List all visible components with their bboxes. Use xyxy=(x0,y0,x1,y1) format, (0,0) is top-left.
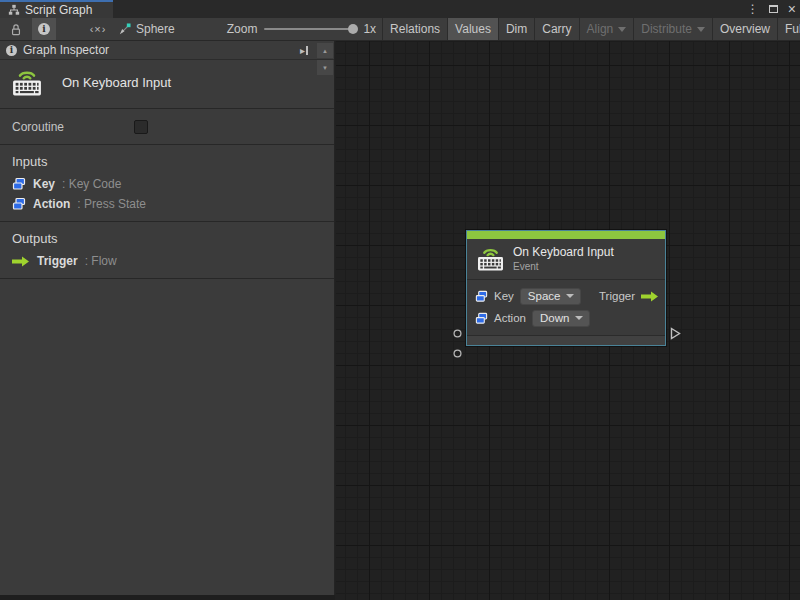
zoom-control: Zoom 1x xyxy=(183,18,382,40)
chevron-down-icon xyxy=(575,316,583,320)
keyboard-icon xyxy=(477,246,504,271)
node-body: Key Space Trigger xyxy=(467,280,665,335)
trigger-output: Trigger xyxy=(599,290,659,302)
target-label: Sphere xyxy=(136,22,175,36)
tab-strip: Script Graph ⋮ × xyxy=(0,0,800,18)
coroutine-row: Coroutine xyxy=(0,109,334,145)
inspector-unit-title: On Keyboard Input xyxy=(62,75,171,90)
script-graph-icon xyxy=(8,4,20,16)
chevron-down-icon xyxy=(618,27,626,32)
node-subtitle: Event xyxy=(513,261,614,272)
node-row-action: Action Down xyxy=(475,307,659,329)
values-button[interactable]: Values xyxy=(447,18,498,40)
scroll-up-button[interactable]: ▲ xyxy=(317,43,333,58)
action-input-port[interactable] xyxy=(453,349,462,358)
distribute-dropdown[interactable]: Distribute xyxy=(633,18,712,40)
scroll-down-button[interactable]: ▼ xyxy=(317,60,333,75)
inspector-toggle-button[interactable]: i xyxy=(32,18,56,40)
window-menu-icon[interactable]: ⋮ xyxy=(747,0,759,18)
graph-toolbar: i ‹×› Sphere Zoom 1x Relations Values Di… xyxy=(0,18,800,41)
full-screen-button[interactable]: Full Screen xyxy=(777,18,800,40)
tab-label: Script Graph xyxy=(25,3,92,17)
lock-icon xyxy=(10,23,22,36)
inspector-unit-header: On Keyboard Input xyxy=(0,60,334,109)
graph-canvas[interactable]: On Keyboard Input Event Key Space xyxy=(336,41,800,600)
window-controls: ⋮ × xyxy=(747,0,796,18)
key-port-label: Key xyxy=(494,290,514,302)
graph-inspector-panel: i Graph Inspector ▸ ▲ ▼ xyxy=(0,41,335,595)
outputs-title: Outputs xyxy=(12,231,322,246)
keyboard-icon xyxy=(12,68,42,96)
code-view-button[interactable]: ‹×› xyxy=(86,18,110,40)
script-machine-icon xyxy=(118,23,131,36)
chevron-down-icon xyxy=(566,294,574,298)
toolbar-button-group: Relations Values Dim Carry Align Distrib… xyxy=(382,18,800,40)
toolbar-left-group: i ‹×› xyxy=(0,18,110,40)
trigger-label: Trigger xyxy=(599,290,635,302)
inputs-section: Inputs Key : Key Code Action : Press Sta… xyxy=(0,145,334,222)
unity-script-graph-window: Script Graph ⋮ × i ‹×› xyxy=(0,0,800,600)
inspector-header: i Graph Inspector ▸ xyxy=(0,41,334,60)
key-input-port[interactable] xyxy=(453,329,462,338)
value-port-icon xyxy=(12,177,26,191)
info-icon: i xyxy=(6,45,17,56)
panel-bottom-edge xyxy=(0,595,335,600)
on-keyboard-input-node[interactable]: On Keyboard Input Event Key Space xyxy=(466,230,666,346)
chevron-down-icon xyxy=(697,27,705,32)
dock-icon: ▸ xyxy=(300,45,305,56)
node-footer xyxy=(467,335,665,345)
info-icon: i xyxy=(38,23,50,35)
coroutine-checkbox[interactable] xyxy=(134,120,148,134)
node-header[interactable]: On Keyboard Input Event xyxy=(467,239,665,280)
zoom-value: 1x xyxy=(363,22,376,36)
input-row-action: Action : Press State xyxy=(12,197,322,211)
flow-arrow-icon xyxy=(12,256,30,267)
output-row-trigger: Trigger : Flow xyxy=(12,254,322,268)
action-port-label: Action xyxy=(494,312,526,324)
lock-button[interactable] xyxy=(4,18,28,40)
node-title: On Keyboard Input xyxy=(513,245,614,259)
close-icon[interactable]: × xyxy=(788,0,796,18)
zoom-label: Zoom xyxy=(227,22,258,36)
graph-target[interactable]: Sphere xyxy=(110,18,183,40)
overview-button[interactable]: Overview xyxy=(712,18,777,40)
value-port-icon xyxy=(12,197,26,211)
code-icon: ‹×› xyxy=(90,23,107,35)
action-value-dropdown[interactable]: Down xyxy=(532,310,590,327)
dock-panel-button[interactable]: ▸ xyxy=(300,45,308,56)
relations-button[interactable]: Relations xyxy=(382,18,447,40)
align-dropdown[interactable]: Align xyxy=(579,18,634,40)
maximize-icon[interactable] xyxy=(769,5,778,13)
node-event-colorbar xyxy=(467,231,665,239)
inputs-title: Inputs xyxy=(12,154,322,169)
value-port-icon xyxy=(475,312,488,325)
tab-script-graph[interactable]: Script Graph xyxy=(0,0,113,18)
dim-button[interactable]: Dim xyxy=(498,18,534,40)
carry-button[interactable]: Carry xyxy=(534,18,578,40)
node-titles: On Keyboard Input Event xyxy=(513,245,614,272)
node-row-key: Key Space Trigger xyxy=(475,285,659,307)
key-value-dropdown[interactable]: Space xyxy=(520,288,582,305)
zoom-slider[interactable] xyxy=(264,28,356,30)
outputs-section: Outputs Trigger : Flow xyxy=(0,222,334,279)
flow-arrow-icon xyxy=(641,291,659,302)
coroutine-label: Coroutine xyxy=(12,120,64,134)
input-row-key: Key : Key Code xyxy=(12,177,322,191)
inspector-title: Graph Inspector xyxy=(23,43,294,57)
inspector-scroll-buttons: ▲ ▼ xyxy=(317,41,333,75)
value-port-icon xyxy=(475,290,488,303)
trigger-output-port[interactable] xyxy=(670,327,681,340)
zoom-slider-handle[interactable] xyxy=(348,24,358,34)
